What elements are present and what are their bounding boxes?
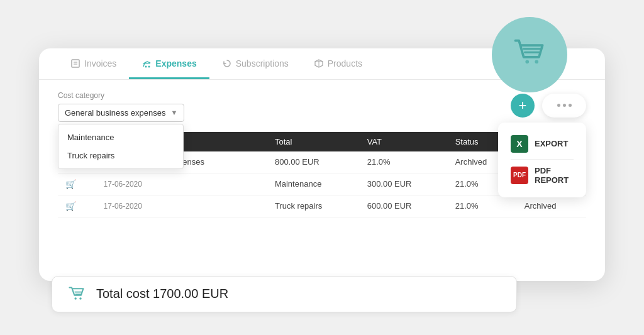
dropdown-popup: Maintenance Truck repairs (58, 124, 184, 169)
add-button[interactable]: + (511, 94, 535, 118)
expenses-icon (142, 58, 152, 69)
svg-point-8 (145, 65, 147, 67)
dropdown-option-maintenance[interactable]: Maintenance (58, 128, 183, 146)
row-icon: 🛒 (58, 173, 96, 195)
tab-subscriptions[interactable]: Subscriptions (209, 48, 301, 79)
tab-products[interactable]: Products (301, 48, 375, 79)
svg-point-0 (525, 60, 529, 63)
more-options-button[interactable] (542, 94, 586, 118)
table-row[interactable]: 🛒 17-06-2020 Truck repairs 600.00 EUR 21… (58, 195, 586, 217)
col-total: Total (267, 132, 360, 151)
export-pdf-label: PDFREPORT (535, 166, 569, 185)
row-status: Archived (517, 195, 586, 217)
cart-hero-icon (511, 36, 548, 74)
row-total: 800.00 EUR (267, 151, 360, 173)
invoices-icon (70, 58, 80, 69)
svg-point-10 (79, 297, 82, 300)
dropdown-option-truck-repairs[interactable]: Truck repairs (58, 146, 183, 165)
col-vat: VAT (360, 132, 448, 151)
export-pdf-button[interactable]: PDF PDFREPORT (511, 161, 574, 190)
export-excel-label: EXPORT (535, 139, 568, 148)
pdf-icon: PDF (511, 167, 528, 184)
cost-category-dropdown[interactable]: General business expenses ▼ (58, 104, 184, 122)
products-icon (314, 58, 324, 69)
chevron-down-icon: ▼ (170, 109, 177, 116)
action-row: + (511, 94, 586, 118)
svg-point-1 (535, 60, 538, 63)
row-date: 17-06-2020 (96, 173, 267, 195)
row-description: Truck repairs (267, 195, 360, 217)
export-excel-button[interactable]: X EXPORT (511, 130, 574, 158)
export-divider (511, 159, 574, 160)
svg-point-7 (148, 65, 150, 67)
total-cart-icon (67, 285, 85, 303)
dot-1 (557, 104, 560, 107)
cost-category-label: Cost category (58, 91, 586, 100)
tab-invoices[interactable]: Invoices (58, 48, 129, 79)
dropdown-selected-value: General business expenses (65, 108, 165, 118)
dropdown-row: General business expenses ▼ Maintenance … (58, 104, 586, 122)
subscriptions-icon (222, 58, 232, 69)
row-vat: 21.0% (448, 195, 517, 217)
tab-expenses[interactable]: Expenses (129, 48, 209, 79)
row-icon: 🛒 (58, 195, 96, 217)
cart-hero-circle (492, 17, 567, 92)
total-text: Total cost 1700.00 EUR (96, 287, 228, 301)
row-description: Maintenance (267, 173, 360, 195)
svg-point-9 (74, 297, 77, 300)
row-date: 17-06-2020 (96, 195, 267, 217)
dot-2 (563, 104, 566, 107)
dot-3 (569, 104, 572, 107)
excel-icon: X (511, 135, 528, 153)
svg-rect-4 (72, 60, 79, 67)
total-footer: Total cost 1700.00 EUR (52, 276, 517, 312)
export-popup: X EXPORT PDF PDFREPORT (498, 123, 586, 197)
row-vat: 21.0% (360, 151, 448, 173)
row-total: 300.00 EUR (360, 173, 448, 195)
row-total: 600.00 EUR (360, 195, 448, 217)
